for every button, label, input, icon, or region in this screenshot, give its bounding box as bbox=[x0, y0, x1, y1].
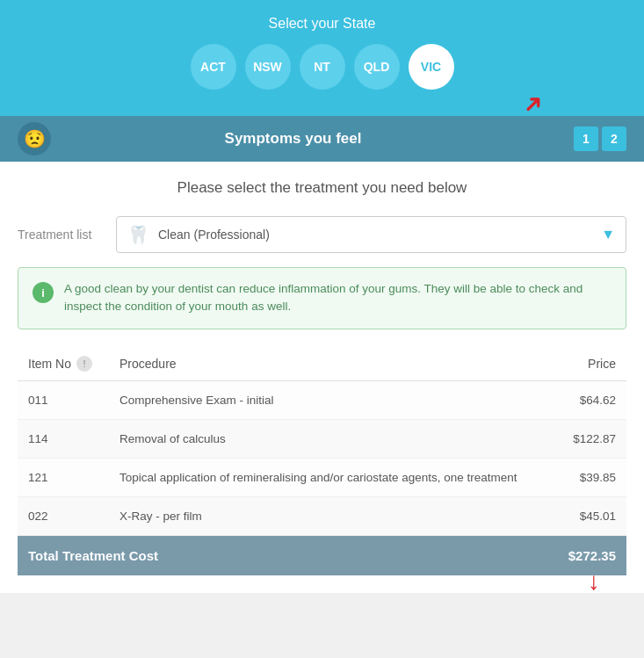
table-row: 121 Topical application of remineralisin… bbox=[18, 458, 626, 496]
cell-item-no: 022 bbox=[18, 496, 109, 535]
info-box: i A good clean by your dentist can reduc… bbox=[18, 267, 626, 329]
state-buttons: ACT NSW NT QLD VIC ➜ bbox=[18, 44, 626, 90]
col-procedure: Procedure bbox=[109, 347, 558, 381]
table-row: 114 Removal of calculus $122.87 bbox=[18, 419, 626, 458]
nav-step-1[interactable]: 1 bbox=[574, 127, 598, 151]
cell-item-no: 121 bbox=[18, 458, 109, 496]
table-row: 022 X-Ray - per film $45.01 bbox=[18, 496, 626, 535]
nav-bar: 😟 Symptoms you feel 1 2 bbox=[0, 116, 644, 162]
treatment-row: Treatment list 🦷 Clean (Professional) ▼ bbox=[18, 216, 626, 253]
header-title: Select your State bbox=[18, 16, 626, 32]
nav-step-2[interactable]: 2 bbox=[602, 127, 626, 151]
cell-procedure: X-Ray - per film bbox=[109, 496, 558, 535]
main-content: Please select the treatment you need bel… bbox=[0, 162, 644, 593]
cell-price: $39.85 bbox=[558, 458, 626, 496]
dropdown-arrow-icon: ▼ bbox=[601, 227, 615, 242]
treatment-select-text: Clean (Professional) bbox=[158, 228, 601, 242]
nav-steps: 1 2 bbox=[574, 127, 626, 151]
info-text: A good clean by your dentist can reduce … bbox=[64, 280, 611, 316]
cell-item-no: 011 bbox=[18, 380, 109, 419]
cell-item-no: 114 bbox=[18, 419, 109, 458]
treatment-label: Treatment list bbox=[18, 228, 105, 242]
cell-price: $45.01 bbox=[558, 496, 626, 535]
sad-face-icon: 😟 bbox=[18, 122, 51, 155]
tooth-icon: 🦷 bbox=[127, 224, 149, 245]
treatment-select-wrapper[interactable]: 🦷 Clean (Professional) ▼ bbox=[116, 216, 626, 253]
cell-procedure: Comprehensive Exam - initial bbox=[109, 380, 558, 419]
item-no-info-badge[interactable]: ! bbox=[76, 356, 92, 372]
info-icon: i bbox=[33, 282, 54, 303]
total-amount: $272.35 bbox=[568, 548, 616, 563]
col-price: Price bbox=[558, 347, 626, 381]
header: Select your State ACT NSW NT QLD VIC ➜ bbox=[0, 0, 644, 116]
cell-price: $122.87 bbox=[558, 419, 626, 458]
cell-price: $64.62 bbox=[558, 380, 626, 419]
cell-procedure: Topical application of remineralising an… bbox=[109, 458, 558, 496]
state-btn-nt[interactable]: NT bbox=[300, 44, 345, 90]
cell-procedure: Removal of calculus bbox=[109, 419, 558, 458]
state-btn-act[interactable]: ACT bbox=[191, 44, 236, 90]
total-row: Total Treatment Cost $272.35 ↓ bbox=[18, 536, 626, 575]
total-arrow-indicator: ↓ bbox=[588, 568, 600, 596]
treatment-table: Item No ! Procedure Price 011 Comprehens… bbox=[18, 347, 626, 536]
state-btn-vic[interactable]: VIC bbox=[409, 44, 454, 90]
nav-title: Symptoms you feel bbox=[65, 130, 521, 148]
table-row: 011 Comprehensive Exam - initial $64.62 bbox=[18, 380, 626, 419]
state-btn-qld[interactable]: QLD bbox=[354, 44, 400, 90]
col-item-no: Item No ! bbox=[18, 347, 109, 381]
page-subtitle: Please select the treatment you need bel… bbox=[18, 179, 626, 197]
state-btn-nsw[interactable]: NSW bbox=[245, 44, 291, 90]
total-label: Total Treatment Cost bbox=[28, 548, 158, 563]
